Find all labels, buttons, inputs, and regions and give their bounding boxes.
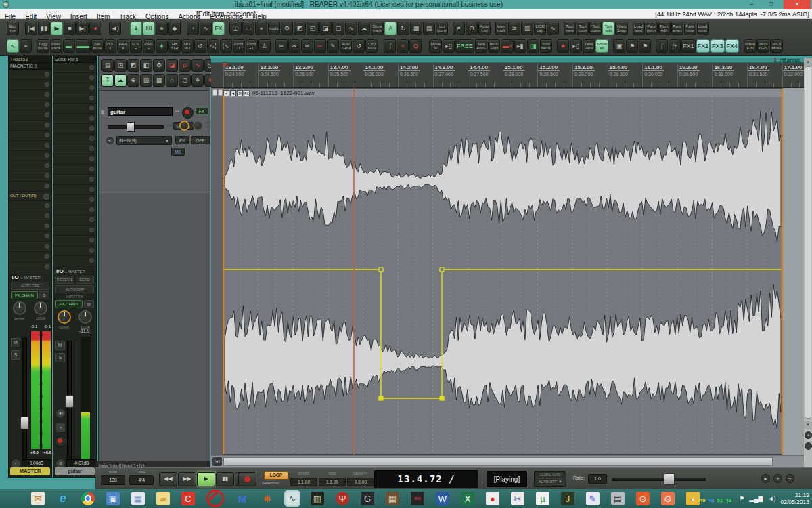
toolbar-button[interactable]: Actio List	[478, 22, 491, 35]
guitar-pan-knob[interactable]: 60%R	[57, 310, 72, 329]
toolbar-button[interactable]: Show track	[371, 22, 384, 35]
fx-slot[interactable]	[9, 201, 51, 211]
pan-knob[interactable]	[179, 121, 189, 131]
arrange-play-icon[interactable]: ▸	[761, 474, 770, 483]
toolbar-button[interactable]: inser track	[50, 39, 62, 53]
midi-guitar-icon[interactable]: MIDI	[411, 492, 424, 505]
scroll-up-button[interactable]: ▲	[804, 58, 812, 66]
toolbar-button[interactable]: ⚑	[626, 39, 638, 53]
utorrent-icon[interactable]: µ	[536, 492, 549, 505]
toolbar-button[interactable]: FX3	[710, 39, 725, 53]
jdownloader-icon[interactable]: J	[561, 492, 574, 505]
toolbar-button[interactable]: MIDI Muse	[770, 39, 783, 53]
item-button[interactable]: FX	[244, 90, 250, 96]
guitar-width-knob[interactable]: 100W	[78, 310, 93, 329]
record-arm-button[interactable]	[182, 107, 194, 119]
volume-slider-handle[interactable]	[127, 122, 135, 132]
toolbar-button[interactable]: Tool color	[577, 22, 589, 35]
toolbar-button[interactable]: ¦∿	[220, 39, 232, 53]
dock-tool-icon[interactable]: ◩	[127, 59, 139, 72]
network-signal-icon[interactable]: ▂▄▆	[749, 495, 763, 502]
toolbar-button[interactable]: ▣	[613, 39, 625, 53]
word-icon[interactable]: W	[436, 492, 449, 505]
camera-icon[interactable]: ▤	[611, 492, 625, 505]
rate-slider-track[interactable]	[612, 478, 706, 481]
toolbar-button[interactable]: Pitch +1	[246, 39, 258, 53]
fx-slot[interactable]	[9, 171, 51, 182]
toolbar-button[interactable]: FX2	[696, 39, 710, 53]
fx-slot[interactable]	[53, 154, 96, 165]
fx-slot[interactable]	[53, 73, 96, 83]
region-label[interactable]: 2riff princi	[774, 58, 800, 63]
master-solo-button[interactable]: S	[11, 350, 20, 360]
power2-icon[interactable]: ⊙	[661, 492, 675, 505]
play-button[interactable]: ▶	[197, 472, 215, 486]
fx-slot[interactable]	[9, 90, 51, 100]
horizontal-scrollbar-handle[interactable]	[223, 457, 773, 466]
dock-tool-icon[interactable]: ◳	[114, 59, 127, 72]
toolbar-button[interactable]: ◪	[319, 22, 332, 35]
master-width-knob[interactable]: 100W	[33, 301, 48, 320]
screen-recorder-icon[interactable]: ●	[486, 492, 499, 505]
toolbar-button[interactable]: PAN ∧	[117, 39, 129, 53]
dock-tool-icon[interactable]: ◧	[140, 59, 152, 72]
toolbar-button[interactable]: ▬×	[501, 39, 513, 53]
fx-slot[interactable]	[9, 121, 51, 131]
gear-icon[interactable]: ⚙	[84, 300, 94, 308]
scroll-down-button[interactable]: ▼	[804, 421, 812, 429]
toolbar-button[interactable]: Cpy loop	[365, 39, 378, 53]
toolbar-button[interactable]: Load wind	[697, 22, 709, 35]
toolbar-button[interactable]: ≋	[508, 22, 520, 35]
dock-tool-icon[interactable]: ▧	[140, 74, 152, 87]
internet-explorer-icon[interactable]: e	[56, 492, 70, 505]
timeline-ruler[interactable]: 13.1.000:24.00013.2.000:24.50013.3.000:2…	[211, 63, 804, 88]
guitar-track-name[interactable]: guitar	[55, 467, 95, 475]
fx-slot[interactable]	[53, 165, 96, 175]
toolbar-button[interactable]: ▤	[423, 22, 435, 35]
toolbar-button[interactable]: tcp icons	[436, 22, 448, 35]
toolbar-button[interactable]: nudg	[268, 22, 280, 35]
master-fader-handle[interactable]	[20, 417, 29, 429]
toolbar-button[interactable]: ▶	[51, 22, 63, 35]
flag-icon[interactable]: ⚑	[739, 495, 744, 502]
excel-icon[interactable]: X	[461, 492, 474, 505]
toolbar-button[interactable]: Hz STR	[168, 39, 181, 53]
toolbar-button[interactable]: Pant edit	[658, 22, 671, 35]
rate-slider-handle[interactable]	[664, 473, 675, 485]
toolbar-button[interactable]: Wave Edit	[744, 39, 757, 53]
toolbar-button[interactable]: Show all	[595, 39, 608, 53]
speaker-icon[interactable]: ◄)	[106, 137, 114, 144]
master-pan-knob[interactable]: center	[12, 301, 27, 320]
toolbar-button[interactable]: ▸▮	[514, 39, 526, 53]
guitar-mute-button[interactable]: M	[55, 341, 65, 350]
reaper-taskbar-icon[interactable]: ∿	[286, 492, 299, 505]
master-io-button[interactable]: I/O » MASTER	[9, 272, 51, 280]
ccleaner-icon[interactable]: C	[181, 492, 195, 505]
toolbar-button[interactable]: Pitch -1	[233, 39, 245, 53]
fx-slot[interactable]	[53, 144, 96, 154]
fx-slot[interactable]	[53, 185, 96, 195]
toolbar-button[interactable]: ∫	[656, 39, 668, 53]
input-selector[interactable]: IN+IN(R)▼	[116, 136, 172, 145]
mode-button[interactable]: M1	[171, 148, 185, 156]
dock-tool-icon[interactable]: ϱ	[179, 59, 191, 72]
scrollbar-speaker-icon[interactable]: ◄)	[212, 457, 222, 466]
toolbar-button[interactable]: Pant mixe	[684, 22, 696, 35]
fx-slot[interactable]	[53, 246, 96, 256]
toolbar-button[interactable]: ▢	[332, 22, 344, 35]
toolbar-button[interactable]: ∿	[547, 22, 559, 35]
dock-tool-icon[interactable]: ☁	[114, 74, 127, 87]
toolbar-button[interactable]: Item: Expl	[488, 39, 500, 53]
record-button[interactable]	[238, 472, 256, 486]
media-item-header[interactable]: ▪◄MFX05-111213_1622-001.wav	[223, 89, 782, 97]
toolbar-button[interactable]: ↻	[397, 22, 409, 35]
toolbar-button[interactable]: Togg poole	[37, 39, 49, 53]
toolbar-button[interactable]: Pant norm	[646, 22, 658, 35]
fx-slot[interactable]	[9, 232, 51, 242]
toolbar-button[interactable]: ⚑	[639, 39, 651, 53]
chrome-icon[interactable]	[81, 492, 95, 505]
toolbar-button[interactable]: ↧	[130, 22, 142, 35]
toolbar-button[interactable]: ʘ	[466, 22, 478, 35]
toolbar-button[interactable]: ▬	[63, 39, 75, 53]
toolbar-button[interactable]: ◔	[187, 22, 199, 35]
